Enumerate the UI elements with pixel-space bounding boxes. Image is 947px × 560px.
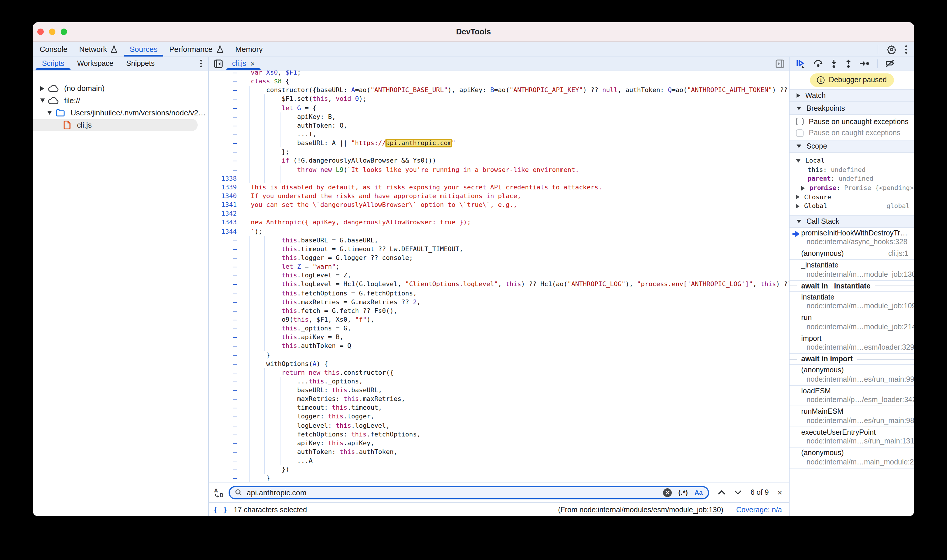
- scope-collapsed-arrow-icon[interactable]: [796, 204, 799, 209]
- call-stack-frame[interactable]: promiseInitHookWithDestroyTrackingnode:i…: [790, 228, 915, 248]
- line-marker[interactable]: –: [209, 77, 237, 86]
- call-stack-section-header[interactable]: Call Stack: [790, 215, 915, 228]
- line-number[interactable]: 1342: [209, 209, 237, 218]
- tab-close-icon[interactable]: ×: [250, 59, 255, 68]
- line-marker[interactable]: –: [209, 103, 237, 112]
- close-search-icon[interactable]: ×: [777, 488, 782, 497]
- line-number[interactable]: 1338: [209, 174, 237, 183]
- scope-row-this[interactable]: this: undefined: [790, 165, 915, 174]
- coverage-link[interactable]: Coverage: n/a: [736, 506, 782, 514]
- regex-toggle[interactable]: (.*): [679, 489, 688, 496]
- line-marker[interactable]: –: [209, 448, 237, 456]
- line-marker[interactable]: –: [209, 289, 237, 297]
- line-marker[interactable]: –: [209, 465, 237, 474]
- line-number[interactable]: 1343: [209, 218, 237, 227]
- line-marker[interactable]: –: [209, 430, 237, 439]
- step-icon[interactable]: [859, 61, 870, 66]
- resume-script-icon[interactable]: [796, 59, 806, 68]
- main-tab-performance[interactable]: Performance: [163, 42, 230, 57]
- tree-item-users-jinhuilee-nvm-versions-node-v2-[interactable]: Users/jinhuilee/.nvm/versions/node/v2…: [32, 107, 208, 119]
- line-marker[interactable]: –: [209, 121, 237, 130]
- main-tab-network[interactable]: Network: [73, 42, 123, 57]
- line-marker[interactable]: –: [209, 368, 237, 377]
- scope-row-promise[interactable]: promise: Promise {<pending>}: [790, 183, 915, 192]
- main-tab-sources[interactable]: Sources: [124, 42, 163, 57]
- collapse-navigator-icon[interactable]: [214, 59, 223, 68]
- source-map-link[interactable]: node:internal/modules/esm/module_job:130: [580, 506, 721, 514]
- line-marker[interactable]: –: [209, 165, 237, 174]
- line-marker[interactable]: –: [209, 412, 237, 421]
- navigator-tab-snippets[interactable]: Snippets: [120, 57, 161, 70]
- line-marker[interactable]: –: [209, 71, 237, 77]
- line-marker[interactable]: –: [209, 342, 237, 351]
- scope-row-global[interactable]: Globalglobal: [790, 202, 915, 211]
- line-number[interactable]: 1340: [209, 192, 237, 200]
- tree-item-cli-js[interactable]: cli.js: [32, 119, 198, 131]
- line-marker[interactable]: –: [209, 421, 237, 430]
- code-editor[interactable]: –var Xs0, $F1;–class $8 {– constructor({…: [209, 71, 789, 482]
- line-marker[interactable]: –: [209, 315, 237, 324]
- line-marker[interactable]: –: [209, 324, 237, 333]
- line-marker[interactable]: –: [209, 271, 237, 280]
- line-number[interactable]: 1339: [209, 183, 237, 192]
- call-stack-frame[interactable]: loadESMnode:internal/p…/esm_loader:342: [790, 386, 915, 406]
- line-number[interactable]: 1341: [209, 200, 237, 209]
- line-marker[interactable]: –: [209, 456, 237, 465]
- line-marker[interactable]: –: [209, 386, 237, 394]
- scope-row-closure[interactable]: Closure: [790, 192, 915, 202]
- line-marker[interactable]: –: [209, 236, 237, 245]
- step-out-icon[interactable]: [845, 59, 852, 68]
- call-stack-frame[interactable]: (anonymous)node:internal/m…main_module:2…: [790, 448, 915, 468]
- deactivate-breakpoints-icon[interactable]: [885, 59, 895, 68]
- watch-section-header[interactable]: Watch: [790, 89, 915, 102]
- line-marker[interactable]: –: [209, 280, 237, 289]
- line-marker[interactable]: –: [209, 86, 237, 95]
- line-marker[interactable]: –: [209, 403, 237, 412]
- line-marker[interactable]: –: [209, 359, 237, 368]
- line-marker[interactable]: –: [209, 95, 237, 103]
- line-marker[interactable]: –: [209, 148, 237, 157]
- navigator-more-kebab-icon[interactable]: [200, 60, 202, 68]
- line-marker[interactable]: –: [209, 245, 237, 254]
- line-marker[interactable]: –: [209, 297, 237, 306]
- main-tab-memory[interactable]: Memory: [230, 42, 268, 57]
- navigator-tab-workspace[interactable]: Workspace: [71, 57, 120, 70]
- match-case-toggle[interactable]: Aa: [694, 489, 703, 496]
- tree-collapsed-arrow-icon[interactable]: [40, 86, 44, 91]
- line-number[interactable]: 1344: [209, 227, 237, 236]
- settings-gear-icon[interactable]: [887, 45, 896, 54]
- line-marker[interactable]: –: [209, 439, 237, 448]
- main-tab-console[interactable]: Console: [34, 42, 73, 57]
- editor-tab-cli-js[interactable]: cli.js ×: [226, 57, 261, 70]
- scope-row-local[interactable]: Local: [790, 156, 915, 165]
- call-stack-frame[interactable]: runMainESMnode:internal/m…es/run_main:98: [790, 406, 915, 427]
- step-over-icon[interactable]: [813, 60, 823, 68]
- line-marker[interactable]: –: [209, 474, 237, 482]
- pretty-print-icon[interactable]: { }: [213, 506, 228, 514]
- call-stack-frame[interactable]: (anonymous)node:internal/m…es/run_main:9…: [790, 365, 915, 386]
- line-marker[interactable]: –: [209, 254, 237, 262]
- call-stack-frame[interactable]: instantiatenode:internal/m…module_job:10…: [790, 292, 915, 312]
- navigator-tab-scripts[interactable]: Scripts: [35, 57, 71, 70]
- next-match-icon[interactable]: [734, 490, 742, 495]
- step-into-icon[interactable]: [830, 59, 837, 68]
- line-marker[interactable]: –: [209, 306, 237, 315]
- tree-item--no-domain-[interactable]: (no domain): [32, 82, 208, 94]
- search-input[interactable]: api.anthropic.com ✕ (.*) Aa: [228, 486, 709, 499]
- tree-item-file-[interactable]: file://: [32, 94, 208, 107]
- scope-row-parent[interactable]: parent: undefined: [790, 174, 915, 183]
- scope-collapsed-arrow-icon[interactable]: [801, 186, 805, 190]
- line-marker[interactable]: –: [209, 112, 237, 121]
- line-marker[interactable]: –: [209, 130, 237, 139]
- checkbox-pause-on-uncaught-exceptions[interactable]: [796, 118, 804, 126]
- line-marker[interactable]: –: [209, 333, 237, 342]
- clear-search-icon[interactable]: ✕: [663, 488, 672, 497]
- line-marker[interactable]: –: [209, 157, 237, 165]
- more-options-kebab-icon[interactable]: [905, 45, 907, 54]
- call-stack-frame[interactable]: _instantiatenode:internal/m…module_job:1…: [790, 260, 915, 281]
- line-marker[interactable]: –: [209, 262, 237, 271]
- line-marker[interactable]: –: [209, 377, 237, 386]
- expand-sidebar-icon[interactable]: [776, 59, 784, 68]
- line-marker[interactable]: –: [209, 394, 237, 403]
- replace-toggle-icon[interactable]: A B: [213, 487, 225, 498]
